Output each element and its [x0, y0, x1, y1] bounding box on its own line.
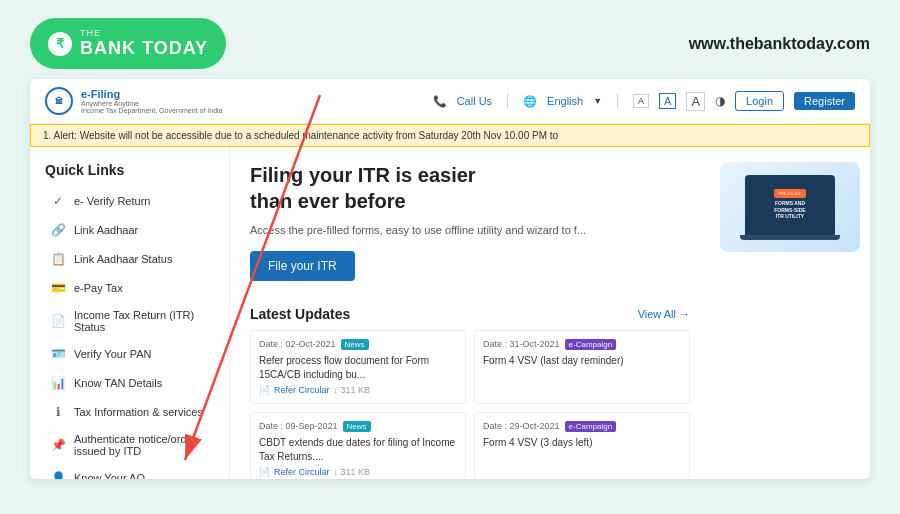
- inner-navbar: 🏛 e-Filing Anywhere Anytime Income Tax D…: [30, 79, 870, 124]
- update-date-4: Date : 29-Oct-2021: [483, 421, 560, 431]
- efiling-subtitle: Anywhere Anytime: [81, 100, 223, 107]
- efiling-dept: Income Tax Department, Government of Ind…: [81, 107, 223, 114]
- tan-label: Know TAN Details: [74, 377, 162, 389]
- status-icon: 📋: [50, 251, 66, 267]
- tax-info-label: Tax Information & services: [74, 406, 203, 418]
- itr-icon: 📄: [50, 313, 66, 329]
- sidebar-item-know-ao[interactable]: 👤 Know Your AO: [35, 464, 224, 479]
- update-date-2: Date : 31-Oct-2021: [483, 339, 560, 349]
- sidebar-item-everify[interactable]: ✓ e- Verify Return: [35, 187, 224, 215]
- language-selector[interactable]: English: [547, 95, 583, 107]
- link-aadhaar-label: Link Aadhaar: [74, 224, 138, 236]
- sidebar-item-verify-pan[interactable]: 🪪 Verify Your PAN: [35, 340, 224, 368]
- alert-bar: 1. Alert: Website will not be accessible…: [30, 124, 870, 147]
- update-card-2: Date : 31-Oct-2021 e-Campaign Form 4 VSV…: [474, 330, 690, 404]
- phone-icon: 📞: [433, 95, 447, 108]
- font-small-icon[interactable]: A: [633, 94, 649, 108]
- itr-status-label: Income Tax Return (ITR) Status: [74, 309, 209, 333]
- efiling-logo: e-Filing Anywhere Anytime Income Tax Dep…: [81, 88, 223, 114]
- everify-icon: ✓: [50, 193, 66, 209]
- auth-icon: 📌: [50, 437, 66, 453]
- know-ao-label: Know Your AO: [74, 472, 145, 479]
- logo-big-text: BANK TODAY: [80, 38, 208, 59]
- updates-grid: Date : 02-Oct-2021 News Refer process fl…: [250, 330, 690, 480]
- image-panel: PRE-FILLED FORMS ANDFORMS-SIDEITR UTILIT…: [710, 147, 870, 479]
- update-card-4: Date : 29-Oct-2021 e-Campaign Form 4 VSV…: [474, 412, 690, 480]
- login-button[interactable]: Login: [735, 91, 784, 111]
- screen-text: FORMS ANDFORMS-SIDEITR UTILITY: [774, 200, 805, 220]
- logo-badge[interactable]: ₹ THE BANK TODAY: [30, 18, 226, 69]
- globe-icon: 🌐: [523, 95, 537, 108]
- sidebar-item-link-aadhaar[interactable]: 🔗 Link Aadhaar: [35, 216, 224, 244]
- update-card-3: Date : 09-Sep-2021 News CBDT extends due…: [250, 412, 466, 480]
- update-text-4: Form 4 VSV (3 days left): [483, 436, 681, 450]
- call-us-label[interactable]: Call Us: [457, 95, 492, 107]
- sidebar-item-authenticate[interactable]: 📌 Authenticate notice/order issued by IT…: [35, 427, 224, 463]
- sidebar-item-aadhaar-status[interactable]: 📋 Link Aadhaar Status: [35, 245, 224, 273]
- auth-label: Authenticate notice/order issued by ITD: [74, 433, 209, 457]
- update-date-3: Date : 09-Sep-2021: [259, 421, 338, 431]
- epay-icon: 💳: [50, 280, 66, 296]
- update-ref-1[interactable]: 📄Refer Circular↓ 311 KB: [259, 385, 457, 395]
- sidebar-item-epay[interactable]: 💳 e-Pay Tax: [35, 274, 224, 302]
- sidebar-item-tax-info[interactable]: ℹ Tax Information & services: [35, 398, 224, 426]
- latest-updates: Latest Updates View All → Date : 02-Oct-…: [250, 306, 690, 480]
- sidebar: Quick Links ✓ e- Verify Return 🔗 Link Aa…: [30, 147, 230, 479]
- updates-header: Latest Updates View All →: [250, 306, 690, 322]
- updates-title: Latest Updates: [250, 306, 350, 322]
- font-large-icon[interactable]: A: [686, 92, 705, 111]
- update-date-row-4: Date : 29-Oct-2021 e-Campaign: [483, 421, 681, 432]
- website-url: www.thebanktoday.com: [689, 35, 870, 53]
- update-text-3: CBDT extends due dates for filing of Inc…: [259, 436, 457, 464]
- update-card-1: Date : 02-Oct-2021 News Refer process fl…: [250, 330, 466, 404]
- content-area: Quick Links ✓ e- Verify Return 🔗 Link Aa…: [30, 147, 870, 479]
- verify-pan-label: Verify Your PAN: [74, 348, 151, 360]
- update-ref-3[interactable]: 📄Refer Circular↓ 311 KB: [259, 467, 457, 477]
- lang-arrow: ▼: [593, 96, 602, 106]
- hero-title: Filing your ITR is easierthan ever befor…: [250, 162, 690, 214]
- badge-campaign-2: e-Campaign: [565, 339, 617, 350]
- divider: [507, 94, 508, 108]
- hero-desc: Access the pre-filled forms, easy to use…: [250, 222, 690, 239]
- update-date-row-1: Date : 02-Oct-2021 News: [259, 339, 457, 350]
- logo-small-text: THE: [80, 28, 208, 38]
- badge-campaign-4: e-Campaign: [565, 421, 617, 432]
- file-itr-button[interactable]: File your ITR: [250, 251, 355, 281]
- nav-left: 🏛 e-Filing Anywhere Anytime Income Tax D…: [45, 87, 223, 115]
- screen-badge: PRE-FILLED: [774, 189, 805, 198]
- everify-label: e- Verify Return: [74, 195, 150, 207]
- sidebar-title: Quick Links: [30, 157, 229, 186]
- tan-icon: 📊: [50, 375, 66, 391]
- update-text-1: Refer process flow document for Form 15C…: [259, 354, 457, 382]
- govt-emblem: 🏛: [45, 87, 73, 115]
- sidebar-item-itr-status[interactable]: 📄 Income Tax Return (ITR) Status: [35, 303, 224, 339]
- taxinfo-icon: ℹ: [50, 404, 66, 420]
- nav-right: 📞 Call Us 🌐 English ▼ A A A ◑ Login Regi…: [433, 91, 855, 111]
- badge-news-1: News: [341, 339, 369, 350]
- logo-text-group: THE BANK TODAY: [80, 28, 208, 59]
- alert-text: 1. Alert: Website will not be accessible…: [43, 130, 558, 141]
- hero-section: Filing your ITR is easierthan ever befor…: [230, 147, 710, 479]
- update-date-row-3: Date : 09-Sep-2021 News: [259, 421, 457, 432]
- ao-icon: 👤: [50, 470, 66, 479]
- epay-label: e-Pay Tax: [74, 282, 123, 294]
- main-panel: Filing your ITR is easierthan ever befor…: [230, 147, 870, 479]
- laptop-illustration: PRE-FILLED FORMS ANDFORMS-SIDEITR UTILIT…: [720, 162, 860, 252]
- top-bar: ₹ THE BANK TODAY www.thebanktoday.com: [0, 0, 900, 79]
- aadhaar-status-label: Link Aadhaar Status: [74, 253, 172, 265]
- view-all-link[interactable]: View All →: [638, 308, 690, 320]
- contrast-icon[interactable]: ◑: [715, 94, 725, 108]
- register-button[interactable]: Register: [794, 92, 855, 110]
- main-content-box: 🏛 e-Filing Anywhere Anytime Income Tax D…: [30, 79, 870, 479]
- update-date-row-2: Date : 31-Oct-2021 e-Campaign: [483, 339, 681, 350]
- efiling-title: e-Filing: [81, 88, 223, 100]
- rupee-icon: ₹: [48, 32, 72, 56]
- sidebar-item-tan[interactable]: 📊 Know TAN Details: [35, 369, 224, 397]
- link-icon: 🔗: [50, 222, 66, 238]
- badge-news-3: News: [343, 421, 371, 432]
- font-medium-icon[interactable]: A: [659, 93, 676, 109]
- pan-icon: 🪪: [50, 346, 66, 362]
- laptop-screen: PRE-FILLED FORMS ANDFORMS-SIDEITR UTILIT…: [745, 175, 835, 235]
- update-date-1: Date : 02-Oct-2021: [259, 339, 336, 349]
- divider2: [617, 94, 618, 108]
